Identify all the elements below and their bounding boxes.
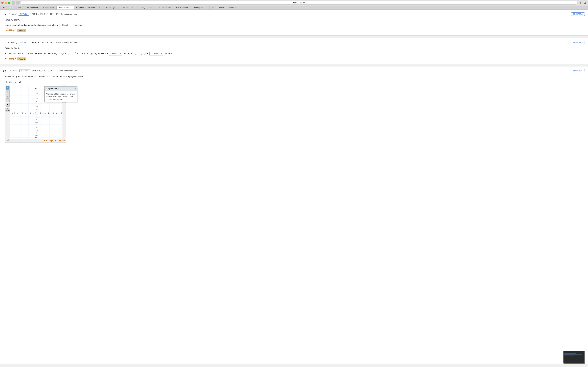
q18-number: 18. xyxy=(3,70,6,72)
q17-text-mid: and an, an − 1, . . ., a1, a0 are xyxy=(123,52,148,55)
q18-submissions: 0/100 Submissions Used xyxy=(57,70,78,72)
q17-code: LARPCALC10CR 2.1.002. xyxy=(31,41,54,44)
svg-text:-10: -10 xyxy=(11,113,13,115)
address-bar[interactable]: webassign.net xyxy=(21,1,578,5)
svg-text:4: 4 xyxy=(36,103,37,105)
tab-part-b[interactable]: Part B Which E... xyxy=(174,6,192,9)
q17-submissions: 0/100 Submissions Used xyxy=(56,41,78,44)
svg-text:9: 9 xyxy=(36,90,37,92)
svg-text:-5: -5 xyxy=(25,113,26,115)
svg-text:8: 8 xyxy=(59,113,59,115)
page-content: 16. [-/1 Points] DETAILS LARPCALC10CR 2.… xyxy=(0,10,588,364)
q18-code: LARPCALC10CR 2.1.011. xyxy=(32,70,55,72)
graph-toolbar: ↖ ╱ ○ ∪ ● xyxy=(5,85,10,142)
q18-details-button[interactable]: DETAILS xyxy=(19,69,30,72)
q17-points: [-/2 Points] xyxy=(8,41,17,44)
select-tool-button[interactable]: ↖ xyxy=(6,86,9,90)
q17-read-it-button[interactable]: Read It xyxy=(17,58,26,60)
svg-text:-2: -2 xyxy=(35,116,37,118)
q17-select2[interactable]: ---Select--- ▼ xyxy=(149,52,163,56)
tabs-bar: DU Chapter 17 Ma... The table belo... Co… xyxy=(0,6,588,10)
q16-number: 16. xyxy=(3,13,6,15)
line-tool-button[interactable]: ╱ xyxy=(6,90,9,94)
tab-chapter17[interactable]: Chapter 17 Ma... xyxy=(7,6,24,9)
svg-text:5: 5 xyxy=(51,113,52,115)
q18-part-a: (a) f(x) = (x − 2)2 xyxy=(5,80,585,83)
svg-text:3: 3 xyxy=(36,106,37,107)
q17-details-button[interactable]: DETAILS xyxy=(18,41,29,44)
circle-tool-button[interactable]: ○ xyxy=(6,94,9,98)
svg-text:-7: -7 xyxy=(19,113,20,115)
q17-text-part1: A polynomial function of xyxy=(5,52,28,55)
svg-text:7: 7 xyxy=(56,113,57,115)
tab-homework-hel[interactable]: Homework Hel... xyxy=(157,6,174,9)
separator-16-17 xyxy=(0,35,588,38)
svg-text:-1: -1 xyxy=(35,114,37,115)
svg-text:8: 8 xyxy=(36,93,37,94)
q18-instruction: Sketch the graph of each quadratic funct… xyxy=(5,75,585,78)
q16-read-it-button[interactable]: Read It xyxy=(17,29,26,32)
graph-container: ↖ ╱ ○ ∪ ● xyxy=(5,85,66,143)
q18-part-a-label: (a) f(x) = (x − 2)2 xyxy=(5,81,21,83)
q17-text-part3: has the form f(x) = anxn + an − 1xn − 1 … xyxy=(43,52,108,55)
q18-my-notes-button[interactable]: MY NOTES xyxy=(571,69,585,72)
share-button[interactable]: ⬆ xyxy=(579,1,582,5)
q17-number: 17. xyxy=(3,41,6,44)
q16-my-notes-button[interactable]: MY NOTES xyxy=(571,12,585,16)
new-tab-button[interactable]: ⊞ xyxy=(583,1,587,5)
q16-details-button[interactable]: DETAILS xyxy=(18,13,29,16)
tab-course-home[interactable]: Course Home xyxy=(41,6,57,9)
no-solution-button[interactable]: No Solution xyxy=(5,108,10,112)
svg-text:-8: -8 xyxy=(17,113,18,115)
tab-drag-appro[interactable]: Drag the appro... xyxy=(139,6,157,9)
svg-text:5: 5 xyxy=(36,100,37,102)
q16-select[interactable]: ---Select--- ▼ xyxy=(60,23,73,27)
tab-my-home[interactable]: My Home xyxy=(74,6,86,9)
q17-my-notes-button[interactable]: MY NOTES xyxy=(571,41,585,44)
graph-layers-body: After you add an object to the graph you… xyxy=(45,91,77,102)
q17-select1-arrow-icon: ▼ xyxy=(120,52,121,55)
svg-text:9: 9 xyxy=(61,113,62,115)
back-button[interactable]: ‹ xyxy=(12,1,15,5)
graph-layers-close-button[interactable]: « xyxy=(75,87,76,90)
q17-select1[interactable]: ---Select--- ▼ xyxy=(109,52,122,56)
svg-text:6: 6 xyxy=(36,98,37,100)
forward-button[interactable]: › xyxy=(16,1,20,5)
close-button[interactable] xyxy=(1,2,4,4)
graph-canvas-area[interactable]: -10 -9 -8 -7 -6 -5 -4 -3 -2 -1 xyxy=(10,85,66,139)
tab-276[interactable]: (276) - d... xyxy=(227,6,240,9)
tab-re-final[interactable]: Re-Final Exam... xyxy=(57,6,74,9)
tab-table[interactable]: The table belo... xyxy=(24,6,41,9)
svg-text:1: 1 xyxy=(36,111,37,113)
q16-body: Fill in the blank. Linear, constant, and… xyxy=(3,18,585,32)
svg-text:6: 6 xyxy=(53,113,54,115)
tab-11-flashcards[interactable]: 11 Flashcards -... xyxy=(121,6,139,9)
q18-part-a-func: f(x) = (x − 2)2 xyxy=(9,81,21,83)
parabola-tool-button[interactable]: ∪ xyxy=(6,99,9,102)
question-18-header: 18. [-/16 Points] DETAILS LARPCALC10CR 2… xyxy=(3,69,585,72)
svg-text:-10: -10 xyxy=(35,137,37,138)
graph-layers-popup: Graph Layers « After you add an object t… xyxy=(44,86,77,102)
point-tool-button[interactable]: ● xyxy=(6,103,9,107)
q16-submissions: 0/100 Submissions Used xyxy=(56,13,78,15)
svg-text:-8: -8 xyxy=(35,132,37,133)
graph-help: ? Help xyxy=(5,138,10,142)
tab-log-in[interactable]: Log In | Course... xyxy=(209,6,227,9)
svg-text:10: 10 xyxy=(35,87,37,89)
maximize-button[interactable] xyxy=(8,2,10,4)
q17-select1-text: ---Select--- xyxy=(110,52,119,56)
svg-text:1: 1 xyxy=(40,113,41,115)
svg-text:-4: -4 xyxy=(27,113,28,115)
question-17-header: 17. [-/2 Points] DETAILS LARPCALC10CR 2.… xyxy=(3,41,585,44)
tab-170-over-7[interactable]: 170 over 7 - Go... xyxy=(86,6,104,9)
minimize-button[interactable] xyxy=(5,2,7,4)
q17-text: A polynomial function of x with degree n… xyxy=(5,51,585,56)
q18-points: [-/16 Points] xyxy=(8,70,18,72)
q17-body: Fill in the blanks. A polynomial functio… xyxy=(3,46,585,61)
tab-du[interactable]: DU xyxy=(0,6,7,9)
q17-text-end: numbers. xyxy=(164,52,173,55)
question-16-block: 16. [-/1 Points] DETAILS LARPCALC10CR 2.… xyxy=(0,10,588,35)
tab-sign-up[interactable]: Sign Up for Ch... xyxy=(192,6,209,9)
svg-text:-9: -9 xyxy=(14,113,15,115)
tab-mastering-bio[interactable]: Mastering Biol... xyxy=(104,6,121,9)
